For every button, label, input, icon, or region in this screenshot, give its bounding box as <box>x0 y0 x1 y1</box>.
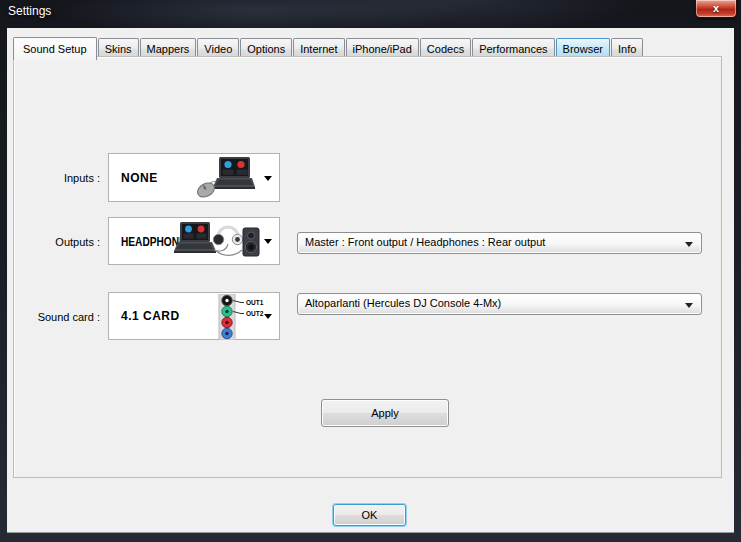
dropdown-arrow-icon <box>264 239 272 244</box>
dropdown-arrow-icon <box>685 242 693 247</box>
outputs-combo[interactable]: HEADPHONES <box>108 217 280 265</box>
window-title: Settings <box>8 4 51 18</box>
output-routing-select[interactable]: Master : Front output / Headphones : Rea… <box>297 232 702 254</box>
mouse-laptop-icon <box>195 156 255 200</box>
sound-setup-panel: Inputs : NONE <box>13 56 722 478</box>
ok-button[interactable]: OK <box>333 504 406 526</box>
titlebar[interactable]: Settings x <box>0 0 741 28</box>
tab-sound-setup[interactable]: Sound Setup <box>13 37 97 60</box>
sound-card-combo[interactable]: 4.1 CARD OUT1 OUT2 <box>108 292 280 340</box>
close-button[interactable]: x <box>695 0 737 18</box>
sound-card-device-value: Altoparlanti (Hercules DJ Console 4-Mx) <box>305 297 501 309</box>
headphones-speaker-icon <box>166 220 261 264</box>
apply-button[interactable]: Apply <box>321 399 449 427</box>
output-routing-value: Master : Front output / Headphones : Rea… <box>305 236 545 248</box>
jack-out1-label: OUT1 <box>246 299 264 306</box>
settings-dialog: Settings x Sound Setup Skins Mappers Vid… <box>0 0 741 542</box>
sound-card-value: 4.1 CARD <box>121 309 180 323</box>
sound-card-device-select[interactable]: Altoparlanti (Hercules DJ Console 4-Mx) <box>297 293 702 315</box>
inputs-value: NONE <box>121 171 158 185</box>
dialog-client-area: Sound Setup Skins Mappers Video Options … <box>7 28 734 533</box>
inputs-label: Inputs : <box>14 171 100 185</box>
jack-out2-label: OUT2 <box>246 310 264 317</box>
sound-card-label: Sound card : <box>14 310 100 324</box>
outputs-label: Outputs : <box>14 235 100 249</box>
close-icon: x <box>713 2 719 14</box>
audio-jacks-icon: OUT1 OUT2 <box>189 294 264 340</box>
inputs-combo[interactable]: NONE <box>108 153 280 202</box>
dropdown-arrow-icon <box>264 176 272 181</box>
dropdown-arrow-icon <box>264 314 272 319</box>
dropdown-arrow-icon <box>685 303 693 308</box>
